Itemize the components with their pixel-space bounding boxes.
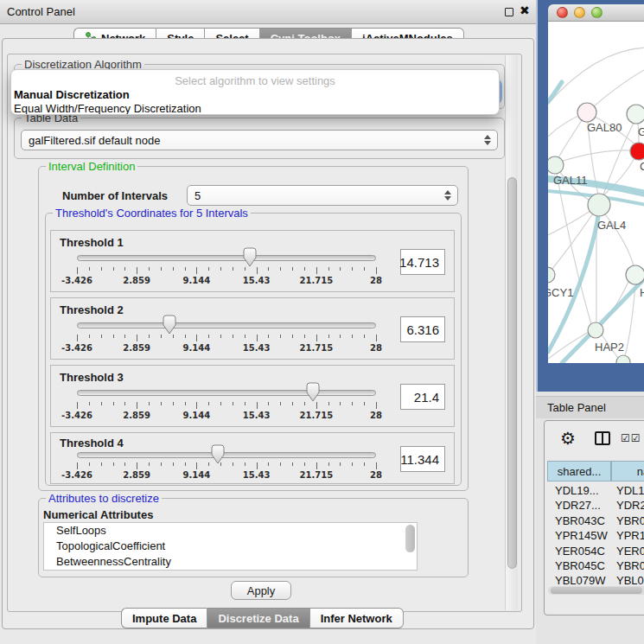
network-node[interactable]: [626, 265, 644, 284]
attribute-list-item[interactable]: BetweennessCentrality: [44, 554, 417, 570]
tick-mark: [245, 402, 245, 405]
slider-track[interactable]: [77, 390, 376, 396]
tab-discretize-data[interactable]: Discretize Data: [207, 608, 309, 628]
popup-option-equal-width-frequency[interactable]: Equal Width/Frequency Discretization: [13, 102, 497, 115]
tab-infer-network[interactable]: Infer Network: [310, 608, 404, 628]
threshold-1-slider[interactable]: -3.4262.8599.14415.4321.71528: [77, 231, 376, 291]
cell-shared-name[interactable]: YDR27...: [547, 498, 611, 513]
select-columns-icons[interactable]: ☑☑: [621, 432, 641, 444]
network-node[interactable]: [548, 156, 564, 174]
numerical-attributes-list[interactable]: SelfLoopsTopologicalCoefficientBetweenne…: [43, 522, 418, 571]
popup-option-manual-discretization[interactable]: Manual Discretization: [13, 88, 497, 102]
threshold-2-value[interactable]: 6.316: [400, 316, 445, 342]
close-traffic-light-icon[interactable]: [557, 7, 568, 18]
network-node[interactable]: [588, 322, 603, 338]
network-edge[interactable]: [548, 211, 590, 235]
threshold-3-value[interactable]: 21.4: [400, 384, 445, 410]
cell-shared-name[interactable]: YBR045C: [547, 558, 611, 574]
panel-scrollbar[interactable]: [505, 55, 518, 610]
cell-shared-name[interactable]: YBR043C: [547, 513, 611, 529]
network-node[interactable]: [616, 355, 630, 363]
tick-mark: [220, 267, 221, 271]
threshold-2-slider[interactable]: -3.4262.8599.14415.4321.71528: [77, 298, 376, 359]
float-window-icon[interactable]: [505, 8, 513, 16]
slider-thumb[interactable]: [210, 444, 226, 465]
cell-name[interactable]: YBR0: [611, 513, 644, 529]
network-canvas[interactable]: GAL80GACGAL11GAL4GCY1HHAP2: [548, 22, 644, 363]
cell-name[interactable]: YPR1: [611, 528, 644, 544]
cell-shared-name[interactable]: YBL079W: [547, 573, 611, 584]
table-row[interactable]: YER054CYER0: [547, 544, 644, 559]
cell-shared-name[interactable]: YPR145W: [547, 528, 611, 544]
attribute-list-item[interactable]: TopologicalCoefficient: [44, 539, 417, 554]
slider-track[interactable]: [77, 452, 376, 458]
cell-name[interactable]: YDR2: [611, 498, 644, 513]
tick-mark: [161, 402, 162, 405]
network-edge[interactable]: [548, 48, 644, 104]
close-icon[interactable]: ✖: [520, 3, 530, 17]
node-label: GAL80: [587, 121, 622, 134]
table-row[interactable]: YDL19...YDL1: [547, 483, 644, 499]
panel-scrollbar-thumb[interactable]: [507, 177, 517, 569]
cell-name[interactable]: YBR0: [611, 558, 644, 574]
node-table: shared... na YDL19...YDL1YDR27...YDR2YBR…: [547, 461, 644, 615]
tick-label: 28: [370, 411, 382, 420]
cell-name[interactable]: YDL1: [611, 483, 644, 499]
column-header-shared-name[interactable]: shared...: [547, 461, 611, 481]
cell-shared-name[interactable]: YDL19...: [547, 483, 611, 499]
table-row[interactable]: YBR045CYBR0: [547, 558, 644, 574]
tick-mark: [137, 267, 137, 274]
tick-mark: [124, 267, 125, 271]
table-row[interactable]: YPR145WYPR1: [547, 528, 644, 544]
slider-thumb[interactable]: [305, 382, 321, 403]
table-row[interactable]: YDR27...YDR2: [547, 498, 644, 513]
network-node[interactable]: [627, 105, 644, 124]
slider-track[interactable]: [77, 255, 376, 261]
threshold-3-slider[interactable]: -3.4262.8599.14415.4321.71528: [77, 366, 376, 426]
gear-icon[interactable]: ⚙: [560, 428, 576, 449]
tick-mark: [173, 462, 174, 466]
table-hscrollbar[interactable]: [548, 586, 644, 595]
apply-button[interactable]: Apply: [231, 581, 291, 600]
threshold-4-value[interactable]: 11.344: [400, 446, 445, 472]
tick-mark: [268, 402, 269, 405]
network-highlight-edge[interactable]: [548, 82, 562, 102]
minimize-traffic-light-icon[interactable]: [574, 7, 585, 18]
network-window-titlebar[interactable]: [548, 4, 644, 22]
number-of-intervals-combobox[interactable]: 5: [187, 185, 458, 206]
attributes-group-title: Attributes to discretize: [46, 492, 162, 505]
network-node[interactable]: [548, 267, 555, 283]
slider-track[interactable]: [77, 322, 376, 328]
threshold-4-slider[interactable]: -3.4262.8599.14415.4321.71528: [77, 433, 376, 483]
tick-mark: [280, 335, 281, 338]
tick-mark: [124, 402, 125, 405]
tick-mark: [364, 335, 365, 338]
cell-name[interactable]: YBL0: [611, 573, 644, 584]
tick-mark: [137, 335, 137, 341]
cell-shared-name[interactable]: YER054C: [547, 544, 611, 559]
cell-name[interactable]: YER0: [611, 544, 644, 559]
list-scrollbar[interactable]: [405, 525, 415, 552]
tick-mark: [292, 462, 293, 466]
slider-thumb[interactable]: [242, 247, 258, 268]
table-data-value: galFiltered.sif default node: [29, 134, 160, 147]
columns-icon[interactable]: [595, 431, 610, 445]
interval-definition-title: Interval Definition: [46, 160, 137, 173]
tick-mark: [352, 267, 353, 271]
slider-thumb[interactable]: [162, 315, 177, 335]
table-row[interactable]: YBR043CYBR0: [547, 513, 644, 529]
table-data-combobox[interactable]: galFiltered.sif default node: [21, 130, 498, 150]
tick-mark: [208, 402, 209, 405]
column-header-name[interactable]: na: [611, 461, 644, 481]
network-node[interactable]: [630, 143, 644, 160]
threshold-1-value[interactable]: 14.713: [400, 249, 445, 275]
tick-mark: [196, 267, 197, 274]
tab-impute-data[interactable]: Impute Data: [121, 608, 207, 628]
table-row[interactable]: YBL079WYBL0: [547, 573, 644, 584]
tick-mark: [233, 267, 233, 271]
network-node[interactable]: [577, 103, 596, 122]
zoom-traffic-light-icon[interactable]: [591, 7, 603, 18]
table-hscrollbar-thumb[interactable]: [551, 587, 642, 594]
attribute-list-item[interactable]: SelfLoops: [44, 523, 417, 539]
network-node[interactable]: [588, 194, 610, 216]
